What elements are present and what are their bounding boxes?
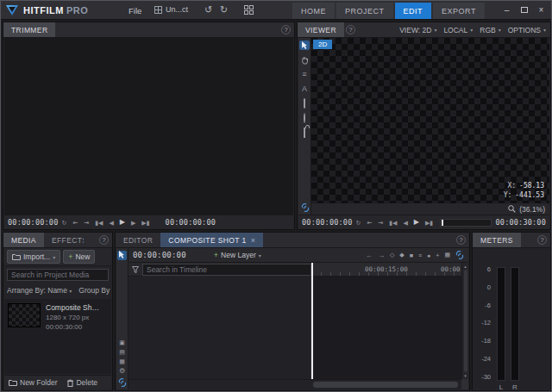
- timeline-search-input[interactable]: [142, 264, 311, 276]
- help-icon[interactable]: ?: [537, 235, 547, 245]
- play-icon[interactable]: ▶: [117, 219, 128, 226]
- list-item[interactable]: Composite Shot 1 1280 x 720 px 00:00:30:…: [4, 299, 111, 335]
- prev-keyframe-icon[interactable]: ◇: [390, 252, 394, 258]
- layer-list-lane[interactable]: [129, 277, 311, 379]
- file-menu[interactable]: File: [129, 6, 141, 16]
- local-menu[interactable]: LOCAL▾: [443, 26, 473, 34]
- timeline-ruler[interactable]: 00:00:15:00 00:00:30:00: [311, 263, 461, 277]
- step-back-icon[interactable]: ◀: [106, 220, 116, 226]
- new-button[interactable]: + New: [63, 250, 95, 264]
- add-keyframe-icon[interactable]: ◆: [399, 252, 404, 258]
- timeline-tracks[interactable]: [129, 277, 461, 379]
- tab-meters[interactable]: METERS: [473, 233, 521, 247]
- timeline-zoom-corner[interactable]: [461, 379, 468, 389]
- scroll-down-icon[interactable]: ▾: [464, 373, 467, 378]
- view-mode-badge[interactable]: 2D: [313, 40, 332, 49]
- set-in-point-icon[interactable]: ⇤: [364, 220, 374, 226]
- set-out-point-icon[interactable]: ⇥: [375, 220, 386, 226]
- help-icon[interactable]: ?: [281, 25, 291, 34]
- arrange-by-dropdown[interactable]: Arrange By: Name ▾: [7, 286, 72, 295]
- help-icon[interactable]: ?: [99, 235, 109, 245]
- rate-tool-icon[interactable]: ▦: [119, 358, 125, 364]
- playhead[interactable]: [311, 263, 313, 379]
- prev-frame-icon[interactable]: ▮◀: [92, 220, 105, 226]
- tab-editor[interactable]: EDITOR: [116, 233, 160, 247]
- step-back-icon[interactable]: ◀: [400, 220, 410, 226]
- next-frame-icon[interactable]: ▶▮: [139, 220, 152, 226]
- timeline-current-timecode[interactable]: 00:00:00:00: [133, 251, 186, 259]
- play-icon[interactable]: ▶: [411, 219, 422, 226]
- tab-viewer[interactable]: VIEWER: [298, 22, 344, 37]
- help-icon[interactable]: ?: [346, 25, 355, 34]
- tab-export[interactable]: EXPORT: [433, 3, 485, 19]
- layout-grid-icon[interactable]: [244, 5, 254, 15]
- delete-button[interactable]: Delete: [67, 378, 97, 387]
- prev-frame-icon[interactable]: ▮◀: [386, 220, 399, 226]
- rect-mask-tool-icon[interactable]: [299, 99, 310, 109]
- gear-icon[interactable]: ⚙: [119, 368, 125, 375]
- transform-tool-icon[interactable]: ≡: [299, 70, 310, 79]
- scroll-up-icon[interactable]: ▴: [464, 264, 467, 269]
- viewer-scrub-bar[interactable]: [440, 219, 491, 227]
- scrollbar-thumb[interactable]: [313, 382, 458, 388]
- options-menu[interactable]: OPTIONS▾: [508, 26, 546, 34]
- tab-trimmer[interactable]: TRIMMER: [3, 22, 55, 37]
- horizontal-scrollbar[interactable]: [129, 379, 461, 389]
- trimmer-preview[interactable]: [4, 38, 293, 215]
- loop-icon[interactable]: ↻: [354, 220, 364, 226]
- select-tool-icon[interactable]: [117, 251, 127, 260]
- tab-home[interactable]: HOME: [292, 3, 335, 19]
- trimmer-current-timecode[interactable]: 00:00:00:00: [8, 218, 59, 227]
- hand-tool-icon[interactable]: [299, 55, 310, 65]
- tab-composite-shot[interactable]: COMPOSITE SHOT 1 ×: [160, 233, 263, 247]
- group-by-dropdown[interactable]: Group By: [78, 286, 110, 295]
- scrollbar-thumb[interactable]: [464, 270, 467, 372]
- tab-media[interactable]: MEDIA: [3, 233, 44, 247]
- insert-icon[interactable]: +: [436, 252, 439, 258]
- minimize-icon[interactable]: –: [499, 3, 514, 17]
- viewer-current-timecode[interactable]: 00:00:00:00: [302, 218, 353, 227]
- tab-project[interactable]: PROJECT: [336, 3, 393, 19]
- link-icon[interactable]: [118, 378, 127, 387]
- tab-edit[interactable]: EDIT: [395, 3, 432, 19]
- new-folder-button[interactable]: New Folder: [9, 378, 57, 387]
- scrub-playhead[interactable]: [442, 220, 443, 226]
- import-button[interactable]: Import... ▾: [7, 250, 60, 264]
- jump-in-icon[interactable]: ←: [366, 252, 373, 259]
- zoom-level[interactable]: (36.1%): [519, 205, 545, 214]
- view-menu[interactable]: VIEW: 2D▾: [399, 26, 436, 34]
- tracks-icon[interactable]: ▦: [444, 252, 450, 258]
- new-layer-button[interactable]: + New Layer ▾: [214, 251, 261, 259]
- close-tab-icon[interactable]: ×: [251, 236, 256, 245]
- maximize-icon[interactable]: [517, 3, 531, 17]
- rgb-menu[interactable]: RGB▾: [480, 26, 500, 34]
- redo-icon[interactable]: ↻: [220, 4, 228, 16]
- link-icon[interactable]: [455, 251, 464, 259]
- slice-tool-icon[interactable]: ▣: [119, 339, 125, 345]
- ripple-icon[interactable]: ●: [427, 252, 430, 258]
- help-icon[interactable]: ?: [456, 235, 466, 245]
- set-in-point-icon[interactable]: ⇤: [70, 220, 80, 226]
- jump-out-icon[interactable]: →: [378, 252, 385, 259]
- project-name[interactable]: Un...ct: [154, 5, 188, 14]
- step-forward-icon[interactable]: ▶: [129, 220, 138, 226]
- filter-icon[interactable]: [129, 263, 142, 277]
- ripple-tool-icon[interactable]: ▤: [119, 349, 125, 355]
- media-panel: MEDIA EFFECTS ? Import... ▾ + New Arrang…: [3, 232, 113, 391]
- link-icon[interactable]: [301, 203, 310, 212]
- text-tool-icon[interactable]: A: [299, 84, 310, 94]
- snap-icon[interactable]: ≡: [418, 252, 422, 258]
- next-frame-icon[interactable]: ▶▮: [423, 220, 436, 226]
- loop-icon[interactable]: ↻: [60, 220, 70, 226]
- media-search-input[interactable]: [7, 269, 109, 281]
- lock-icon[interactable]: [299, 128, 310, 138]
- set-out-point-icon[interactable]: ⇥: [81, 220, 91, 226]
- close-icon[interactable]: ×: [534, 3, 549, 17]
- ellipse-mask-tool-icon[interactable]: [299, 114, 310, 123]
- select-tool-icon[interactable]: [299, 40, 310, 50]
- undo-icon[interactable]: ↺: [204, 4, 212, 16]
- tab-effects[interactable]: EFFECTS: [44, 233, 84, 247]
- viewer-canvas[interactable]: [311, 38, 549, 203]
- slice-icon[interactable]: ■: [410, 252, 413, 258]
- vertical-scrollbar[interactable]: ▴ ▾: [461, 263, 468, 379]
